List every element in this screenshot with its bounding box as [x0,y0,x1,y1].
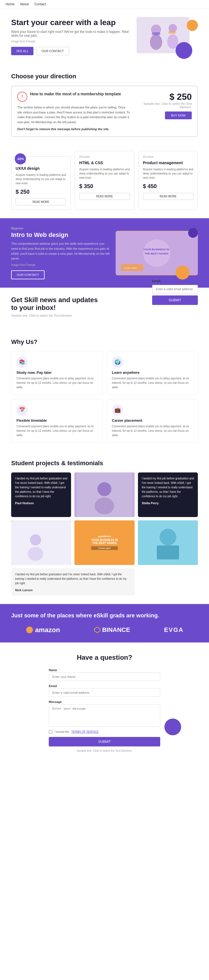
timetable-icon: 📅 [16,404,27,415]
testimonials-section: Student projects & testimonials I landed… [0,451,209,604]
webinar-tag: Beginner [11,227,110,230]
svg-point-18 [28,547,43,561]
read-more-button-1[interactable]: READ MORE [79,193,129,200]
hero-image-container [137,17,198,56]
buy-now-button[interactable]: BUY NOW [165,111,192,119]
hero-section: Start your career with a leap Want your … [0,9,209,64]
membership-price: $ 250 [136,92,192,102]
evga-logo: EVGA [164,626,183,633]
newsletter-subtitle: Sample text. Click to select the Text El… [11,314,104,317]
newsletter-form: Email SUBMIT [152,279,198,305]
whyus-title: Why Us? [11,338,198,345]
our-contact-button[interactable]: OUR CONTACT [36,47,69,55]
companies-grid: amazon BINANCE EVGA [11,626,198,634]
newsletter-section: Get Skill news and updates to your inbox… [0,288,209,330]
message-textarea[interactable] [49,704,160,727]
terms-checkbox[interactable] [49,730,53,733]
courses-grid: -50% #Course UX/UI design Acquire master… [11,151,198,210]
why-title-1: Learn anywhere [112,371,193,375]
testimonials-grid: I landed my first job before graduation … [11,473,198,596]
binance-name: BINANCE [102,626,130,633]
course-tag-2: #Course [143,155,193,158]
why-desc-3: Convenient payment plans enable you to d… [112,424,193,438]
companies-section: Just some of the places where eSkill gra… [0,604,209,643]
contact-sample-text: Sample text. Click to select the Text El… [11,749,198,752]
hero-image-from: Image from Freepik [11,40,137,43]
why-card-3: 💼 Career placement Convenient payment pl… [107,399,198,443]
svg-rect-21 [156,546,179,559]
hero-buttons: SEE ALL OUR CONTACT [11,47,137,55]
hero-description: Want your future to start right now? We'… [11,30,137,38]
evga-name: EVGA [164,626,183,633]
membership-alert: ! How to make the most of a membership t… [17,92,130,102]
newsletter-submit-button[interactable]: SUBMIT [152,296,198,305]
name-label: Name [49,668,160,672]
terms-link[interactable]: TERMS OF SERVICE [71,730,99,733]
terms-check: I accept the TERMS OF SERVICE [49,730,160,733]
why-card-2: 📅 Flexible timetable Convenient payment … [11,399,102,443]
testimonial-image-5 [138,520,198,565]
svg-point-22 [26,627,33,633]
course-title-1: HTML & CSS [79,161,129,165]
newsletter-email-input[interactable] [152,285,198,293]
svg-rect-6 [169,31,175,34]
testimonial-card-2: I landed my first job before graduation … [138,473,198,517]
testimonial-image-4: digitalBRAND YOUR BUSINESS INTHE BEST HA… [74,520,134,565]
svg-text:THE BEST HANDS: THE BEST HANDS [144,252,169,255]
membership-alert-title: How to make the most of a membership tem… [30,92,121,96]
amazon-name: amazon [35,626,60,634]
testimonial-card-5 [138,520,198,565]
contact-section: Have a question? Name Email Message I ac… [0,643,209,764]
courses-section: -50% #Course UX/UI design Acquire master… [0,145,209,218]
membership-right: $ 250 Sample text. Click to select the T… [136,92,192,119]
message-field: Message [49,700,160,727]
contact-submit-button[interactable]: SUBMIT [49,737,160,746]
webinar-from: Image from Freepik [11,263,110,266]
hero-text: Start your career with a leap Want your … [11,18,137,56]
course-price-2: $ 450 [143,183,193,189]
nav-contact[interactable]: Contact [34,2,46,6]
webinar-circle-purple [188,228,198,238]
choose-section: Choose your direction ! How to make the … [0,64,209,145]
webinar-left: Beginner Intro to Web design This compre… [11,227,110,279]
terms-text: I accept the [54,730,69,733]
testimonial-name-2: Stella Perry [142,501,194,505]
testimonial-image-1 [74,473,134,517]
name-input[interactable] [49,673,160,681]
contact-email-label: Email [49,684,160,687]
webinar-contact-button[interactable]: OUR CONTACT [11,270,45,279]
testimonial-image-3 [11,520,71,565]
membership-card: ! How to make the most of a membership t… [11,86,198,137]
svg-point-15 [95,498,114,514]
nav-home[interactable]: Home [6,2,14,6]
email-field: Email [49,684,160,697]
course-title-2: Product management [143,161,193,165]
testimonial-text-0: I landed my first job before graduation … [15,476,67,499]
svg-rect-5 [152,32,160,35]
why-title-2: Flexible timetable [16,418,97,423]
testimonial-card-3 [11,520,71,565]
webinar-right: YOUR BUSINESS IN THE BEST HANDS Course n… [116,231,198,275]
read-more-button-2[interactable]: READ MORE [143,193,193,200]
webinar-title: Intro to Web design [11,231,110,239]
testimonial-card-4: digitalBRAND YOUR BUSINESS INTHE BEST HA… [74,520,134,565]
course-price-0: $ 250 [16,189,66,195]
newsletter-left: Get Skill news and updates to your inbox… [11,296,104,321]
why-grid: 📚 Study now. Pay later Convenient paymen… [11,351,198,443]
contact-title: Have a question? [11,654,198,662]
career-icon: 💼 [112,404,123,415]
nav-about[interactable]: About [20,2,29,6]
hero-circle-purple [175,42,192,59]
hero-title: Start your career with a leap [11,18,137,27]
testimonial-card-0: I landed my first job before graduation … [11,473,71,517]
membership-price-label: Sample text. Click to select the Text El… [136,102,192,109]
why-title-3: Career placement [112,418,193,423]
amazon-logo: amazon [26,626,60,634]
read-more-button-0[interactable]: READ MORE [16,199,66,205]
webinar-section: Beginner Intro to Web design This compre… [0,218,209,287]
why-desc-1: Convenient payment plans enable you to d… [112,376,193,390]
course-card-2: #Course Product management Acquire maste… [139,151,198,210]
contact-email-input[interactable] [49,689,160,697]
webinar-circle-orange [175,266,190,280]
see-all-button[interactable]: SEE ALL [11,47,34,55]
